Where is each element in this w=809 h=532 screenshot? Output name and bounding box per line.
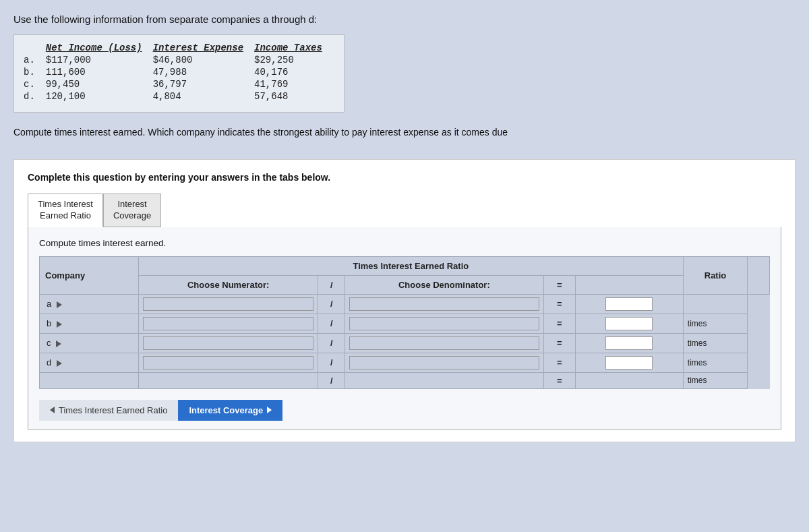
slash-extra: / [318, 372, 345, 388]
interest-expense-d: 4,804 [150, 90, 251, 102]
denominator-select-c[interactable] [349, 336, 539, 350]
tabs-row: Times InterestEarned Ratio InterestCover… [28, 194, 781, 227]
expand-icon-a [57, 301, 62, 308]
ratio-header: Ratio [683, 256, 747, 294]
prev-tab-button[interactable]: Times Interest Earned Ratio [39, 400, 178, 421]
equals-a: = [543, 294, 575, 314]
row-label-d: d. [21, 90, 43, 102]
equals-header: = [543, 275, 575, 294]
denominator-select-d[interactable] [349, 356, 539, 370]
chevron-right-icon [267, 407, 272, 413]
data-table: Net Income (Loss) Interest Expense Incom… [13, 34, 344, 113]
times-a [683, 294, 747, 314]
page-container: Use the following information from separ… [13, 13, 796, 442]
table-row: c. 99,450 36,797 41,769 [21, 78, 330, 90]
ratio-field-a[interactable] [605, 297, 653, 311]
row-label-a: a. [21, 54, 43, 66]
times-c: times [683, 333, 747, 353]
numerator-header: Choose Numerator: [138, 275, 318, 294]
ratio-input-d[interactable] [575, 353, 683, 372]
equals-extra: = [543, 372, 575, 388]
income-taxes-b: 40,176 [251, 66, 330, 78]
tab-interest-coverage[interactable]: InterestCoverage [103, 194, 161, 227]
bottom-nav: Times Interest Earned Ratio Interest Cov… [39, 400, 770, 421]
ratio-extra [575, 372, 683, 388]
complete-instruction: Complete this question by entering your … [28, 172, 781, 183]
denominator-select-a[interactable] [349, 297, 539, 311]
expand-icon-b [57, 321, 62, 328]
ratio-field-b[interactable] [605, 317, 653, 330]
denominator-dropdown-a[interactable] [345, 294, 543, 314]
equals-d: = [543, 353, 575, 372]
denominator-dropdown-b[interactable] [345, 314, 543, 333]
table-row: c / [40, 333, 770, 353]
col-header-net-income: Net Income (Loss) [43, 42, 150, 54]
numerator-select-d[interactable] [143, 356, 314, 370]
ratio-input-b[interactable] [575, 314, 683, 333]
net-income-a: $117,000 [43, 54, 150, 66]
compute-label: Compute times interest earned. [39, 238, 770, 248]
numerator-dropdown-c[interactable] [138, 333, 318, 353]
col-header-income-taxes: Income Taxes [251, 42, 330, 54]
row-label-c: c. [21, 78, 43, 90]
expand-icon-c [56, 341, 61, 347]
interest-expense-b: 47,988 [150, 66, 251, 78]
chevron-left-icon [50, 407, 55, 413]
expand-icon-d [57, 360, 62, 367]
ratio-input-a[interactable] [575, 294, 683, 314]
denominator-header: Choose Denominator: [345, 275, 543, 294]
denominator-select-b[interactable] [349, 317, 539, 330]
col-header-interest-expense: Interest Expense [150, 42, 251, 54]
company-a: a [40, 294, 139, 314]
net-income-b: 111,600 [43, 66, 150, 78]
table-row: b / [40, 314, 770, 333]
numerator-dropdown-b[interactable] [138, 314, 318, 333]
tab-times-interest-earned-ratio[interactable]: Times InterestEarned Ratio [28, 194, 103, 227]
ratio-input-c[interactable] [575, 333, 683, 353]
slash-c: / [318, 333, 345, 353]
net-income-c: 99,450 [43, 78, 150, 90]
denominator-dropdown-d[interactable] [345, 353, 543, 372]
net-income-d: 120,100 [43, 90, 150, 102]
company-c: c [40, 333, 139, 353]
ratio-field-c[interactable] [605, 336, 653, 350]
income-taxes-d: 57,648 [251, 90, 330, 102]
income-taxes-a: $29,250 [251, 54, 330, 66]
company-d: d [40, 353, 139, 372]
tab-content: Compute times interest earned. Company T… [28, 227, 781, 430]
slash-b: / [318, 314, 345, 333]
row-label-b: b. [21, 66, 43, 78]
equals-c: = [543, 333, 575, 353]
table-row: d / [40, 353, 770, 372]
table-row: d. 120,100 4,804 57,648 [21, 90, 330, 102]
next-tab-button[interactable]: Interest Coverage [178, 400, 282, 421]
slash-d: / [318, 353, 345, 372]
numerator-dropdown-d[interactable] [138, 353, 318, 372]
equals-b: = [543, 314, 575, 333]
ratio-field-d[interactable] [605, 356, 653, 370]
interest-expense-a: $46,800 [150, 54, 251, 66]
interest-expense-c: 36,797 [150, 78, 251, 90]
denominator-dropdown-c[interactable] [345, 333, 543, 353]
unit-header [748, 256, 770, 294]
slash-header: / [318, 275, 345, 294]
times-b: times [683, 314, 747, 333]
numerator-dropdown-a[interactable] [138, 294, 318, 314]
company-extra [40, 372, 139, 388]
numerator-extra [138, 372, 318, 388]
table-row-extra: / = times [40, 372, 770, 388]
ratio-title: Times Interest Earned Ratio [138, 256, 683, 275]
numerator-select-b[interactable] [143, 317, 314, 330]
denominator-extra [345, 372, 543, 388]
table-row: a / [40, 294, 770, 314]
numerator-select-a[interactable] [143, 297, 314, 311]
numerator-select-c[interactable] [143, 336, 314, 350]
ratio-table: Company Times Interest Earned Ratio Rati… [39, 256, 770, 389]
intro-text: Use the following information from separ… [13, 13, 796, 25]
company-b: b [40, 314, 139, 333]
income-taxes-c: 41,769 [251, 78, 330, 90]
times-d: times [683, 353, 747, 372]
question-text: Compute times interest earned. Which com… [13, 127, 620, 138]
empty-header [575, 275, 683, 294]
table-row: a. $117,000 $46,800 $29,250 [21, 54, 330, 66]
